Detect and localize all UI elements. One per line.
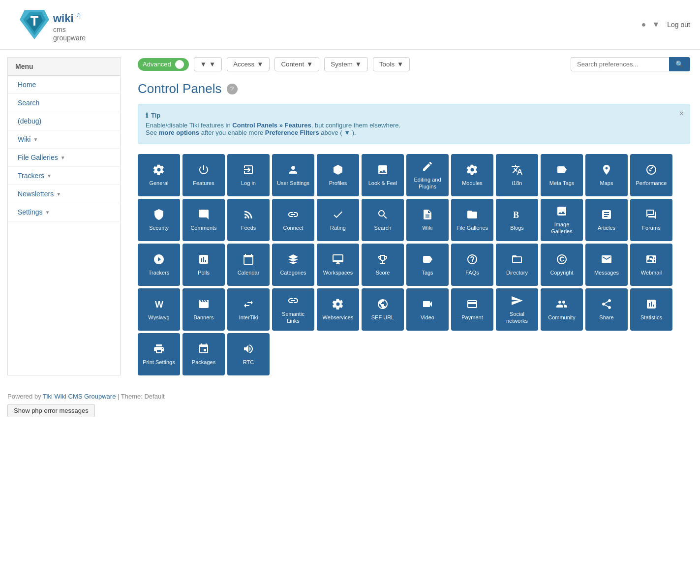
circle-icon[interactable]: ●	[641, 20, 646, 29]
cp-tile-share[interactable]: Share	[585, 288, 628, 331]
tile-icon	[511, 164, 523, 178]
layout: Menu Home Search (debug) Wiki ▼ File Gal…	[0, 50, 700, 383]
cp-tile-meta-tags[interactable]: Meta Tags	[541, 154, 583, 196]
tile-label: Calendar	[238, 270, 260, 276]
cp-tile-polls[interactable]: Polls	[183, 244, 225, 286]
system-menu[interactable]: System ▼	[324, 57, 368, 71]
cp-tile-banners[interactable]: Banners	[183, 288, 225, 331]
sidebar-item-label: File Galleries	[18, 154, 58, 161]
cp-tile-calendar[interactable]: Calendar	[227, 244, 270, 286]
cp-tile-connect[interactable]: Connect	[272, 199, 314, 241]
main-content: Advanced ▼ ▼ Access ▼ Content ▼ System ▼…	[128, 50, 700, 383]
logo: wiki cms groupware ®	[10, 5, 108, 44]
cp-tile-log-in[interactable]: Log in	[227, 154, 270, 196]
sidebar-item-trackers[interactable]: Trackers ▼	[8, 167, 120, 185]
cp-tile-statistics[interactable]: Statistics	[630, 288, 672, 331]
tools-label: Tools	[379, 61, 395, 68]
sidebar-item-search[interactable]: Search	[8, 94, 120, 112]
cp-tile-intertiki[interactable]: InterTiki	[227, 288, 270, 331]
cp-tile-rating[interactable]: Rating	[317, 199, 359, 241]
cp-tile-feeds[interactable]: Feeds	[227, 199, 270, 241]
tile-icon	[422, 160, 433, 174]
cp-tile-look--feel[interactable]: Look & Feel	[362, 154, 404, 196]
tile-label: Messages	[594, 270, 619, 276]
cp-tile-blogs[interactable]: B Blogs	[496, 199, 538, 241]
search-input[interactable]	[571, 57, 669, 71]
cp-tile-maps[interactable]: Maps	[585, 154, 628, 196]
tile-label: Editing and Plugins	[410, 177, 445, 189]
sidebar-item-wiki[interactable]: Wiki ▼	[8, 130, 120, 149]
cp-tile-image-galleries[interactable]: Image Galleries	[541, 199, 583, 241]
cp-tile-editing-and-plugins[interactable]: Editing and Plugins	[406, 154, 449, 196]
tile-label: Print Settings	[143, 359, 175, 366]
svg-text:W: W	[155, 300, 163, 309]
cp-tile-workspaces[interactable]: Workspaces	[317, 244, 359, 286]
sidebar-item-settings[interactable]: Settings ▼	[8, 203, 120, 221]
cp-tile-payment[interactable]: Payment	[451, 288, 493, 331]
cp-tile-file-galleries[interactable]: File Galleries	[451, 199, 493, 241]
logout-button[interactable]: Log out	[667, 21, 690, 29]
cp-tile-tags[interactable]: Tags	[406, 244, 449, 286]
search-button[interactable]: 🔍	[669, 57, 690, 71]
cp-tile-profiles[interactable]: Profiles	[317, 154, 359, 196]
system-label: System	[331, 61, 352, 68]
cp-tile-features[interactable]: Features	[183, 154, 225, 196]
cp-tile-community[interactable]: Community	[541, 288, 583, 331]
content-menu[interactable]: Content ▼	[274, 57, 319, 71]
cp-tile-i18n[interactable]: i18n	[496, 154, 538, 196]
tiki-link[interactable]: Tiki Wiki CMS Groupware	[43, 393, 116, 400]
cp-tile-directory[interactable]: Directory	[496, 244, 538, 286]
show-errors-button[interactable]: Show php error messages	[7, 404, 95, 417]
cp-tile-social-networks[interactable]: Social networks	[496, 288, 538, 331]
tile-icon	[511, 295, 523, 309]
cp-tile-video[interactable]: Video	[406, 288, 449, 331]
cp-tile-performance[interactable]: Performance	[630, 154, 672, 196]
tile-icon	[422, 209, 433, 222]
close-icon[interactable]: ×	[679, 109, 684, 118]
sidebar-item-home[interactable]: Home	[8, 76, 120, 94]
access-menu[interactable]: Access ▼	[227, 57, 270, 71]
tip-link-preference-filters[interactable]: Preference Filters	[265, 129, 319, 136]
cp-tile-faqs[interactable]: FAQs	[451, 244, 493, 286]
chevron-down-icon[interactable]: ▼	[652, 20, 660, 29]
cp-tile-user-settings[interactable]: User Settings	[272, 154, 314, 196]
help-icon[interactable]: ?	[227, 84, 238, 94]
tile-icon: B	[511, 209, 523, 222]
cp-tile-packages[interactable]: Packages	[183, 333, 225, 375]
cp-tile-print-settings[interactable]: Print Settings	[138, 333, 180, 375]
sidebar-item-debug[interactable]: (debug)	[8, 112, 120, 130]
filter-button[interactable]: ▼ ▼	[194, 57, 222, 71]
tile-icon	[377, 253, 389, 267]
cp-tile-copyright[interactable]: Copyright	[541, 244, 583, 286]
tile-icon	[332, 298, 344, 312]
cp-tile-categories[interactable]: Categories	[272, 244, 314, 286]
cp-tile-forums[interactable]: Forums	[630, 199, 672, 241]
tile-label: Statistics	[640, 314, 662, 321]
cp-tile-wiki[interactable]: Wiki	[406, 199, 449, 241]
cp-tile-comments[interactable]: Comments	[183, 199, 225, 241]
cp-tile-semantic-links[interactable]: Semantic Links	[272, 288, 314, 331]
cp-tile-webservices[interactable]: Webservices	[317, 288, 359, 331]
cp-tile-score[interactable]: Score	[362, 244, 404, 286]
sidebar-item-file-galleries[interactable]: File Galleries ▼	[8, 149, 120, 167]
sidebar-item-newsletters[interactable]: Newsletters ▼	[8, 185, 120, 203]
advanced-toggle[interactable]: Advanced	[138, 58, 189, 71]
cp-tile-articles[interactable]: Articles	[585, 199, 628, 241]
tip-link-control-panels[interactable]: Control Panels » Features	[232, 122, 311, 129]
tile-label: Look & Feel	[368, 180, 397, 186]
cp-tile-general[interactable]: General	[138, 154, 180, 196]
cp-tile-modules[interactable]: Modules	[451, 154, 493, 196]
cp-tile-wysiwyg[interactable]: W Wysiwyg	[138, 288, 180, 331]
cp-tile-rtc[interactable]: RTC	[227, 333, 270, 375]
tools-menu[interactable]: Tools ▼	[373, 57, 410, 71]
cp-tile-messages[interactable]: Messages	[585, 244, 628, 286]
tip-link-more-options[interactable]: more options	[159, 129, 199, 136]
cp-tile-security[interactable]: Security	[138, 199, 180, 241]
cp-tile-trackers[interactable]: Trackers	[138, 244, 180, 286]
tile-label: Packages	[192, 359, 215, 366]
filter-icon: ▼	[200, 61, 207, 68]
cp-tile-search[interactable]: Search	[362, 199, 404, 241]
cp-tile-webmail[interactable]: Webmail	[630, 244, 672, 286]
cp-tile-sef-url[interactable]: SEF URL	[362, 288, 404, 331]
tile-icon	[243, 209, 254, 222]
